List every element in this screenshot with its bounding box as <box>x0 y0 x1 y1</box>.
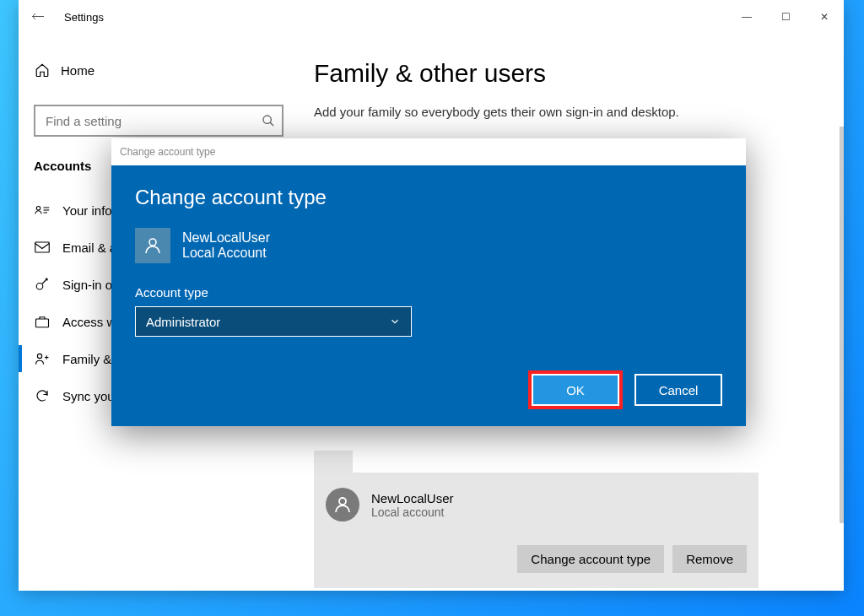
key-icon <box>34 277 51 292</box>
home-icon <box>34 62 51 78</box>
dropdown-value: Administrator <box>146 315 220 329</box>
page-description: Add your family so everybody gets their … <box>314 105 753 119</box>
account-type-label: Account type <box>135 285 722 300</box>
user-row: NewLocalUser Local account <box>326 488 747 521</box>
svg-point-2 <box>36 207 40 211</box>
dialog-user-name: NewLocalUser <box>182 230 270 246</box>
user-card[interactable]: NewLocalUser Local account Change accoun… <box>314 473 759 588</box>
maximize-icon: ☐ <box>781 11 791 23</box>
page-heading: Family & other users <box>314 59 829 88</box>
svg-line-1 <box>270 122 273 126</box>
dialog-avatar <box>135 228 170 263</box>
svg-point-11 <box>149 239 156 246</box>
user-subtitle: Local account <box>371 505 454 519</box>
search-icon <box>262 114 275 127</box>
mail-icon <box>34 241 51 253</box>
remove-button[interactable]: Remove <box>672 545 747 573</box>
user-name: NewLocalUser <box>371 491 454 505</box>
nav-home[interactable]: Home <box>19 51 299 89</box>
close-button[interactable]: ✕ <box>805 0 844 34</box>
window-title: Settings <box>64 11 104 24</box>
sidebar-item-label: Your info <box>62 203 112 218</box>
avatar <box>326 488 359 521</box>
close-icon: ✕ <box>820 11 829 23</box>
window-controls: — ☐ ✕ <box>727 0 844 34</box>
svg-point-10 <box>339 498 346 505</box>
id-card-icon <box>34 203 51 217</box>
maximize-button[interactable]: ☐ <box>766 0 805 34</box>
change-account-type-dialog: Change account type Change account type … <box>111 138 746 426</box>
scrollbar[interactable] <box>840 127 844 523</box>
nav-home-label: Home <box>61 63 94 78</box>
dialog-heading: Change account type <box>135 186 722 209</box>
search-input[interactable] <box>44 113 250 129</box>
svg-point-7 <box>36 284 43 290</box>
people-icon <box>34 352 51 365</box>
dialog-titlebar: Change account type <box>111 138 746 165</box>
chevron-down-icon <box>389 316 401 327</box>
search-box[interactable] <box>34 105 284 137</box>
cancel-button[interactable]: Cancel <box>634 374 722 406</box>
dialog-user: NewLocalUser Local Account <box>135 228 722 263</box>
minimize-icon: — <box>742 11 752 23</box>
sync-icon <box>34 388 51 403</box>
ok-button[interactable]: OK <box>532 374 619 406</box>
svg-point-0 <box>263 116 271 123</box>
back-button[interactable]: 🡐 <box>19 9 57 24</box>
svg-rect-6 <box>35 242 50 252</box>
titlebar: 🡐 Settings — ☐ ✕ <box>19 0 844 34</box>
desktop: 🡐 Settings — ☐ ✕ <box>0 0 864 616</box>
account-type-dropdown[interactable]: Administrator <box>135 306 412 337</box>
svg-rect-8 <box>36 319 49 327</box>
minimize-button[interactable]: — <box>727 0 766 34</box>
list-item-cutoff <box>314 451 353 474</box>
dialog-user-subtitle: Local Account <box>182 246 270 261</box>
arrow-left-icon: 🡐 <box>31 9 45 24</box>
change-account-type-button[interactable]: Change account type <box>517 545 664 573</box>
briefcase-icon <box>34 315 51 328</box>
svg-point-9 <box>37 354 41 358</box>
